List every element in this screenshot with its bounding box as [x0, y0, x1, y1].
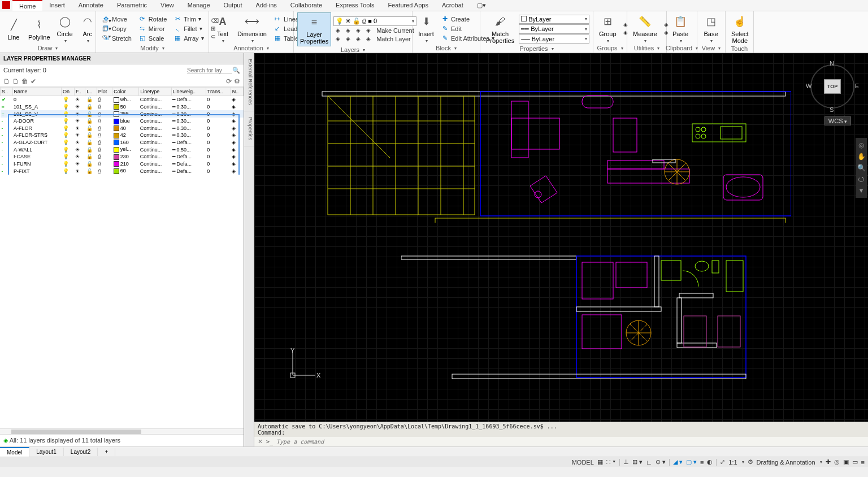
move-button[interactable]: ✥Move	[99, 15, 134, 24]
match-props-button[interactable]: 🖌Match Properties	[484, 12, 517, 45]
transparency-icon[interactable]: ◐	[707, 458, 713, 466]
refresh-icon[interactable]: ⟳	[226, 77, 232, 85]
layer-row[interactable]: ✔0💡☀🔓⎙wh...Continu...━ Defa...0◈	[1, 96, 244, 103]
drawing-canvas[interactable]: X Y TOP N S E W WCS ▾ ◎ ✋ 🔍 ⭯ ▾	[254, 53, 868, 422]
tab-home[interactable]: Home	[12, 0, 42, 11]
layer-selector[interactable]: 💡 ☀ 🔓 ⎙ ■ 0▾	[333, 16, 416, 26]
nav-zoom-icon[interactable]: 🔍	[857, 164, 866, 172]
dimension-button[interactable]: ⟷Dimension▾	[235, 12, 269, 45]
copy-button[interactable]: ❐Copy	[99, 24, 134, 33]
array-button[interactable]: ▦Array ▾	[171, 34, 206, 43]
paste-button[interactable]: 📋Paste▾	[670, 12, 691, 45]
tab-parametric[interactable]: Parametric	[110, 0, 154, 11]
iso-icon[interactable]: ◢ ▾	[673, 458, 683, 466]
annoscale-icon[interactable]: ⤢	[720, 458, 725, 466]
grid-icon[interactable]: ▦	[597, 458, 603, 466]
workspace-selector[interactable]: Drafting & Annotation	[757, 459, 815, 466]
trim-button[interactable]: ✂Trim ▾	[171, 15, 206, 24]
layer-col-header[interactable]: Linetype	[139, 88, 171, 96]
layer-row[interactable]: -I-FURN💡☀🔓⎙210Continu...━ Defa...0◈	[1, 161, 244, 168]
circle-button[interactable]: ◯Circle▾	[55, 12, 75, 45]
layer-tool-1-icon[interactable]: ◈	[333, 27, 342, 34]
tab-manage[interactable]: Manage	[181, 0, 217, 11]
nav-orbit-icon[interactable]: ⭯	[857, 175, 866, 183]
viewcube-top[interactable]: TOP	[824, 79, 841, 94]
make-current-button[interactable]: Make Current	[374, 27, 416, 34]
layer-row[interactable]: -A-DOOR💡☀🔓⎙blueContinu...━ 0.30...0◈	[1, 118, 244, 125]
layer-row[interactable]: -I-CASE💡☀🔓⎙230Continu...━ Defa...0◈	[1, 153, 244, 161]
rotate-button[interactable]: ⟳Rotate	[136, 15, 169, 24]
match-layer-button[interactable]: Match Layer	[374, 35, 413, 43]
tab-acrobat[interactable]: Acrobat	[435, 0, 470, 11]
tab-layout1[interactable]: Layout1	[29, 448, 64, 456]
nav-show-icon[interactable]: ▾	[857, 187, 866, 194]
stretch-button[interactable]: ⇲Stretch	[99, 34, 134, 43]
dynamic-icon[interactable]: ⊞ ▾	[632, 458, 643, 466]
scale-button[interactable]: ◱Scale	[136, 34, 169, 43]
layer-col-header[interactable]: On	[62, 88, 75, 96]
lwt-icon[interactable]: ≡	[700, 459, 704, 466]
insert-button[interactable]: ⬇Insert▾	[416, 12, 436, 45]
layer-grid[interactable]: S..NameOnF..L..PlotColorLinetypeLineweig…	[0, 87, 244, 175]
modelspace-toggle[interactable]: MODEL	[572, 459, 594, 466]
layer-row[interactable]: -P-FIXT💡☀🔓⎙60Continu...━ Defa...0◈	[1, 167, 244, 175]
layer-col-header[interactable]: Lineweig..	[171, 88, 206, 96]
tab-featured[interactable]: Featured Apps	[381, 0, 435, 11]
tab-output[interactable]: Output	[217, 0, 249, 11]
nav-full-icon[interactable]: ◎	[857, 141, 866, 149]
ortho-icon[interactable]: ∟	[646, 459, 652, 466]
layer-col-header[interactable]: Trans..	[206, 88, 231, 96]
viewcube-s[interactable]: S	[830, 106, 834, 113]
properties-tab[interactable]: Properties	[244, 111, 254, 146]
tab-focus-icon[interactable]: ▢▾	[470, 0, 493, 11]
viewcube-e[interactable]: E	[855, 83, 859, 89]
layer-tool-6-icon[interactable]: ◈	[344, 35, 353, 43]
polyline-button[interactable]: ⌇Polyline	[26, 16, 53, 42]
layer-tool-7-icon[interactable]: ◈	[354, 35, 363, 43]
layer-col-header[interactable]: F..	[74, 88, 85, 96]
select-mode-button[interactable]: ☝Select Mode	[729, 12, 751, 45]
layer-row[interactable]: -A-FLOR💡☀🔓⎙40Continu...━ 0.30...0◈	[1, 125, 244, 132]
base-button[interactable]: ◳Base▾	[701, 12, 721, 45]
settings-icon[interactable]: ⚙	[234, 77, 240, 85]
layer-scrollbar[interactable]	[0, 428, 244, 434]
tab-annotate[interactable]: Annotate	[72, 0, 110, 11]
gear-icon[interactable]: ⚙	[748, 458, 753, 466]
search-icon[interactable]: 🔍	[232, 67, 240, 73]
layer-row[interactable]: -A-FLOR-STRS💡☀🔓⎙42Continu...━ 0.30...0◈	[1, 132, 244, 139]
customize-icon[interactable]: ≡	[861, 459, 865, 466]
new-layer-vpfreeze-icon[interactable]: 🗋	[12, 77, 19, 85]
layer-col-header[interactable]: Color	[112, 88, 139, 96]
layer-row[interactable]: -A-WALL💡☀🔓⎙yel...Continu...━ 0.50...0◈	[1, 146, 244, 153]
viewcube-w[interactable]: W	[806, 83, 811, 89]
command-input[interactable]	[276, 439, 865, 445]
text-button[interactable]: AText▾	[212, 12, 233, 45]
layer-col-header[interactable]: S..	[1, 88, 13, 96]
group-button[interactable]: ⊞Group▾	[597, 12, 619, 45]
infer-icon[interactable]: ⊥	[623, 458, 629, 466]
tab-express[interactable]: Express Tools	[329, 0, 381, 11]
tab-view[interactable]: View	[154, 0, 181, 11]
layer-tool-4-icon[interactable]: ◈	[364, 27, 373, 34]
polar-icon[interactable]: ⊙ ▾	[656, 458, 666, 466]
scale-display[interactable]: 1:1	[728, 459, 737, 466]
isolate-icon[interactable]: ◎	[834, 458, 840, 466]
measure-button[interactable]: 📏Measure▾	[631, 12, 659, 45]
tab-insert[interactable]: Insert	[42, 0, 72, 11]
layer-col-header[interactable]: N..	[231, 88, 243, 96]
fillet-button[interactable]: ◟Fillet ▾	[171, 24, 206, 33]
layer-col-header[interactable]: Plot	[97, 88, 112, 96]
layer-col-header[interactable]: Name	[12, 88, 62, 96]
layer-tool-3-icon[interactable]: ◈	[354, 27, 363, 34]
viewcube-n[interactable]: N	[830, 60, 834, 67]
layer-tool-2-icon[interactable]: ◈	[344, 27, 353, 34]
external-references-tab[interactable]: External References	[244, 53, 254, 111]
layer-row[interactable]: =101_SS_A💡☀🔓⎙50Continu...━ 0.30...0◈	[1, 103, 244, 111]
nav-pan-icon[interactable]: ✋	[857, 153, 866, 161]
add-layout-button[interactable]: +	[98, 448, 115, 456]
viewcube[interactable]: TOP N S E W	[807, 61, 858, 112]
layer-properties-button[interactable]: ≡Layer Properties	[297, 12, 331, 46]
anno-monitor-icon[interactable]: ✚	[826, 458, 831, 466]
cmd-close-icon[interactable]: ✕	[258, 438, 263, 445]
osnap-icon[interactable]: ▢ ▾	[686, 458, 697, 466]
